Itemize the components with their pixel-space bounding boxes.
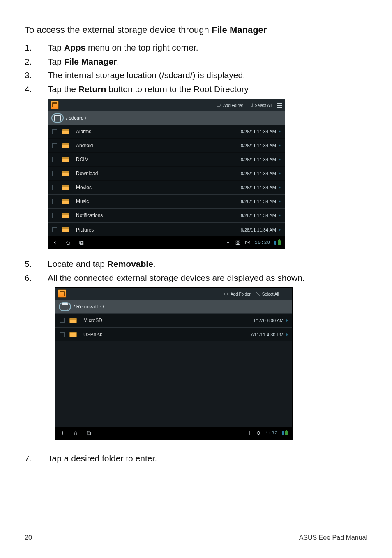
path-text: / sdcard / xyxy=(66,115,86,121)
step-2: 2.Tap File Manager. xyxy=(25,55,367,68)
return-button[interactable] xyxy=(51,113,64,123)
svg-rect-14 xyxy=(88,432,91,435)
steps-list-c: 7.Tap a desired folder to enter. xyxy=(25,452,367,466)
path-bar: / Removable / xyxy=(55,300,292,313)
fm-topbar: Add Folder Select All xyxy=(55,288,292,300)
folder-time: 6/28/11 11:34 AM xyxy=(241,157,276,162)
folder-time: 6/28/11 11:34 AM xyxy=(241,199,276,204)
file-manager-app-icon[interactable] xyxy=(58,289,66,298)
checkbox-icon[interactable] xyxy=(52,129,57,134)
svg-rect-8 xyxy=(238,243,240,245)
chevron-right-icon xyxy=(279,158,281,161)
step-3: 3.The internal storage location (/sdcard… xyxy=(25,69,367,82)
manual-title: ASUS Eee Pad Manual xyxy=(299,534,367,542)
back-icon[interactable] xyxy=(52,240,58,245)
svg-rect-5 xyxy=(236,241,238,242)
folder-icon xyxy=(62,157,69,162)
step-5: 5.Locate and tap Removable. xyxy=(25,257,367,271)
folder-icon xyxy=(69,318,77,323)
folder-icon xyxy=(62,185,69,190)
step-1: 1.Tap Apps menu on the top right corner. xyxy=(25,41,367,54)
folder-time: 6/28/11 11:34 AM xyxy=(241,185,276,190)
add-folder-button[interactable]: Add Folder xyxy=(217,103,243,108)
checkbox-icon[interactable] xyxy=(52,143,57,148)
chevron-right-icon xyxy=(279,200,281,203)
path-segment[interactable]: sdcard xyxy=(69,115,84,121)
add-folder-button[interactable]: Add Folder xyxy=(224,292,251,296)
list-item[interactable]: USBdisk17/11/11 4:30 PM xyxy=(55,327,292,341)
list-item[interactable]: Alarms6/28/11 11:34 AM xyxy=(48,125,285,139)
folder-icon xyxy=(62,199,69,204)
step-7: 7.Tap a desired folder to enter. xyxy=(25,452,367,465)
select-all-button[interactable]: Select All xyxy=(256,292,279,296)
status-icons xyxy=(274,240,281,245)
svg-rect-7 xyxy=(236,243,238,245)
battery-icon xyxy=(285,431,288,435)
folder-name: USBdisk1 xyxy=(83,332,250,338)
chevron-right-icon xyxy=(279,144,281,147)
folder-time: 7/11/11 4:30 PM xyxy=(250,332,284,337)
folder-name: Notifications xyxy=(76,213,241,218)
folder-name: Download xyxy=(76,171,241,176)
chevron-right-icon xyxy=(279,228,281,232)
chevron-right-icon xyxy=(279,130,281,133)
checkbox-icon[interactable] xyxy=(52,227,57,232)
home-icon[interactable] xyxy=(65,240,71,245)
list-item[interactable]: DCIM6/28/11 11:34 AM xyxy=(48,153,285,167)
checkbox-icon[interactable] xyxy=(52,157,57,162)
list-item[interactable]: Movies6/28/11 11:34 AM xyxy=(48,181,285,194)
add-folder-label: Add Folder xyxy=(223,103,243,108)
mail-icon xyxy=(245,240,251,245)
svg-rect-13 xyxy=(87,431,90,434)
checkbox-icon[interactable] xyxy=(52,171,57,176)
intro-text: To access the external storage device th… xyxy=(25,25,212,35)
clock-text: 4:32 xyxy=(265,431,278,435)
file-manager-app-icon[interactable] xyxy=(51,101,59,109)
step-num: 3. xyxy=(25,69,48,82)
folder-name: Music xyxy=(76,199,241,204)
list-item[interactable]: Notifications6/28/11 11:34 AM xyxy=(48,208,285,222)
sync-icon xyxy=(256,430,261,436)
overflow-menu-icon[interactable] xyxy=(284,292,290,296)
recents-icon[interactable] xyxy=(86,430,92,436)
folder-icon xyxy=(62,227,69,232)
folder-name: Alarms xyxy=(76,129,241,134)
checkbox-icon[interactable] xyxy=(60,318,65,323)
svg-rect-6 xyxy=(238,241,240,242)
select-all-label: Select All xyxy=(255,103,272,108)
back-icon[interactable] xyxy=(60,430,65,436)
folder-icon xyxy=(69,332,77,337)
step-4: 4.Tap the Return button to return to the… xyxy=(25,83,367,96)
svg-rect-0 xyxy=(217,104,220,107)
folder-time: 6/28/11 11:34 AM xyxy=(241,213,276,218)
chevron-right-icon xyxy=(279,186,281,189)
checkbox-icon[interactable] xyxy=(60,332,65,337)
step-6: 6.All the connected external storage dev… xyxy=(25,271,367,285)
overflow-menu-icon[interactable] xyxy=(277,103,282,108)
list-item[interactable]: Music6/28/11 11:34 AM xyxy=(48,194,285,208)
list-item[interactable]: Download6/28/11 11:34 AM xyxy=(48,167,285,181)
svg-rect-4 xyxy=(81,242,83,245)
steps-list-b: 5.Locate and tap Removable. 6.All the co… xyxy=(25,257,367,285)
folder-time: 6/28/11 11:34 AM xyxy=(241,143,276,148)
list-item[interactable]: MicroSD1/1/70 8:00 AM xyxy=(55,313,292,327)
checkbox-icon[interactable] xyxy=(52,185,57,190)
folder-time: 6/28/11 11:34 AM xyxy=(241,129,276,134)
checkbox-icon[interactable] xyxy=(52,199,57,204)
list-item[interactable]: Android6/28/11 11:34 AM xyxy=(48,139,285,153)
folder-name: Android xyxy=(76,143,241,148)
recents-icon[interactable] xyxy=(78,240,84,245)
step-num: 7. xyxy=(25,452,48,465)
chevron-right-icon xyxy=(279,214,281,217)
checkbox-icon[interactable] xyxy=(52,213,57,218)
folder-name: Pictures xyxy=(76,227,241,233)
return-button[interactable] xyxy=(59,302,71,311)
select-all-button[interactable]: Select All xyxy=(248,103,272,108)
home-icon[interactable] xyxy=(73,430,78,436)
path-segment[interactable]: Removable xyxy=(76,304,101,310)
list-item[interactable]: Pictures6/28/11 11:34 AM xyxy=(48,222,285,236)
android-navbar: 4:32 xyxy=(55,427,292,439)
clock-text: 15:29 xyxy=(255,240,270,245)
intro-bold: File Manager xyxy=(212,25,267,35)
intro-line: To access the external storage device th… xyxy=(25,25,367,35)
